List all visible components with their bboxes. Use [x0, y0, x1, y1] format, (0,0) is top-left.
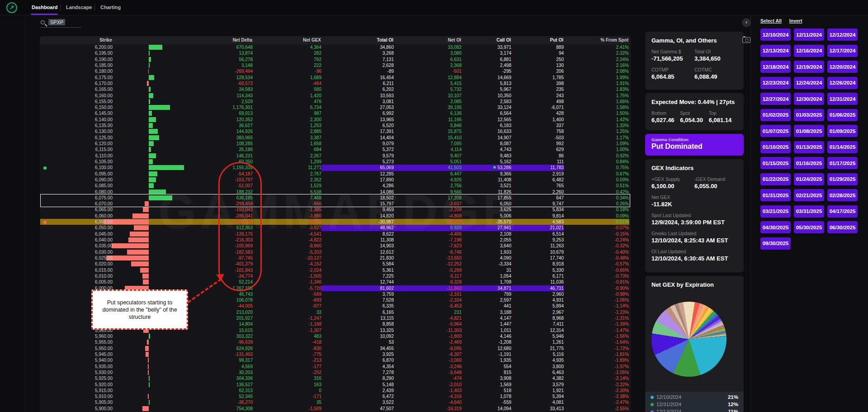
- expiry-date-button[interactable]: 12/19/2024: [794, 61, 824, 73]
- expiry-date-button[interactable]: 01/14/2025: [827, 141, 858, 153]
- table-row[interactable]: 5,925.00304,3363168,290-4743,9084,382-2.…: [40, 375, 629, 381]
- table-row[interactable]: 6,190.0056,2787927,1316,6316,8812502.24%: [40, 57, 629, 62]
- table-row[interactable]: 6,100.001,155,33911,27165,06941,50353,28…: [40, 165, 629, 170]
- table-row[interactable]: 6,020.00-401,379-4,1525,584-12,252-3,334…: [40, 261, 629, 267]
- table-row[interactable]: 6,165.0034,5835806,2025,7325,9672351.83%: [40, 86, 629, 92]
- table-row[interactable]: 6,055.00-2,159,024-10,767-30,987-40,153-…: [40, 219, 629, 225]
- expiry-date-button[interactable]: 01/10/2025: [760, 141, 791, 153]
- table-row[interactable]: 6,105.0060,3501,2995,2735,0515,1621110.8…: [40, 159, 629, 165]
- expiry-date-button[interactable]: 06/30/2025: [827, 221, 858, 233]
- table-row[interactable]: 6,115.0026,1866845,3724,1144,7436291.00%: [40, 147, 629, 152]
- table-row[interactable]: 6,070.00-299,458-95615,797-3,6976,0509,7…: [40, 201, 629, 207]
- net-gex-pie-chart[interactable]: [651, 302, 726, 377]
- expiry-date-button[interactable]: 01/24/2025: [794, 173, 824, 185]
- expiry-date-button[interactable]: 01/02/2025: [760, 109, 791, 121]
- expiry-date-button[interactable]: 01/08/2025: [794, 125, 824, 137]
- table-row[interactable]: 6,025.00-97,745-10,13721,830-13,6504,090…: [40, 255, 629, 261]
- table-row[interactable]: 6,065.00-193,043-1,3859,459-2,2093,6255,…: [40, 207, 629, 213]
- legend-item[interactable]: 12/13/202411%: [645, 408, 744, 412]
- table-row[interactable]: 6,155.002,5294763,0812,0852,5834981.66%: [40, 99, 629, 104]
- legend-item[interactable]: 12/10/202421%: [645, 393, 744, 401]
- table-row[interactable]: 6,005.0052,214-1,34612,744-9,3281,70811,…: [40, 279, 629, 285]
- expiry-date-button[interactable]: 12/30/2024: [794, 93, 824, 105]
- legend-item[interactable]: 12/31/202412%: [645, 401, 744, 408]
- table-row[interactable]: 6,030.00-182,583-5,20312,612-8,7461,9331…: [40, 249, 629, 255]
- expiry-date-button[interactable]: 12/26/2024: [827, 77, 858, 89]
- table-row[interactable]: 6,130.00144,9262,88517,39115,87516,63375…: [40, 128, 629, 134]
- table-row[interactable]: 6,090.00-153,7972,35217,8904,92611,4086,…: [40, 177, 629, 183]
- table-row[interactable]: 6,075.00636,1857,46818,50217,20817,85564…: [40, 195, 629, 201]
- expiry-date-button[interactable]: 12/18/2024: [760, 61, 791, 73]
- expiry-date-button[interactable]: 12/27/2024: [760, 93, 791, 105]
- table-row[interactable]: 5,935.004,569-1774,354-3,2465543,800-1.9…: [40, 364, 629, 369]
- table-row[interactable]: 6,160.00114,3431,42010,59310,10710,35024…: [40, 93, 629, 99]
- table-row[interactable]: 5,940.0099,317-2136,870-3,0001,9354,935-…: [40, 357, 629, 363]
- table-row[interactable]: 6,040.00-216,303-4,82211,308-7,1982,0559…: [40, 237, 629, 243]
- table-row[interactable]: 5,900.00754,308-1,50947,507-19,31914,094…: [40, 406, 629, 412]
- table-row[interactable]: 6,195.0013,8742823,2683,0803,174942.32%: [40, 50, 629, 56]
- expiry-date-button[interactable]: 09/30/2025: [760, 237, 791, 250]
- expiry-date-button[interactable]: 12/23/2024: [760, 77, 791, 89]
- table-row[interactable]: 6,060.00-286,041-3,88014,820-4,8085,0069…: [40, 213, 629, 219]
- expiry-date-button[interactable]: 01/03/2025: [794, 109, 824, 121]
- expiry-date-button[interactable]: 12/11/2024: [794, 28, 824, 41]
- expiry-date-button[interactable]: 01/13/2025: [794, 141, 824, 153]
- tab-charting[interactable]: Charting: [100, 0, 121, 15]
- table-row[interactable]: 5,955.00-96,639-41853-2,469-1,2081,261-1…: [40, 339, 629, 345]
- expiry-date-button[interactable]: 01/16/2025: [794, 157, 824, 169]
- camera-icon[interactable]: [742, 37, 750, 43]
- expiry-date-button[interactable]: 01/22/2025: [760, 173, 791, 185]
- table-row[interactable]: 6,120.00108,2851,6589,0797,0958,0879921.…: [40, 141, 629, 147]
- table-row[interactable]: 6,140.00120,3522,30013,96511,16512,5651,…: [40, 117, 629, 123]
- expiry-date-button[interactable]: 01/09/2025: [827, 125, 858, 137]
- table-row[interactable]: 6,125.00383,9653,38714,40415,41014,907-5…: [40, 135, 629, 141]
- header-net-oi[interactable]: Net OI: [393, 36, 461, 44]
- header-pct-from-spot[interactable]: % From Spot: [563, 36, 628, 44]
- expiry-date-button[interactable]: 02/21/2025: [794, 189, 824, 201]
- header-net-delta[interactable]: Net Delta: [184, 36, 252, 44]
- expiry-date-button[interactable]: 12/10/2024: [760, 28, 791, 41]
- invert-link[interactable]: Invert: [789, 18, 802, 24]
- expiry-date-button[interactable]: 12/13/2024: [760, 45, 791, 57]
- table-row[interactable]: 6,180.00-269,494-96-89-501-2952062.08%: [40, 68, 629, 74]
- table-row[interactable]: 5,915.0062,31302,439-1,4035181,921-2.30%: [40, 388, 629, 393]
- table-row[interactable]: 6,085.00-51,0071,5294,2862,7563,5217650.…: [40, 183, 629, 189]
- table-row[interactable]: 6,095.00-54,1872,76712,2856,4479,3662,91…: [40, 171, 629, 177]
- table-row[interactable]: 5,930.0030,203-2527,278-5,6488156,463-2.…: [40, 369, 629, 375]
- expiry-date-button[interactable]: 12/12/2024: [827, 28, 858, 41]
- expiry-date-button[interactable]: 12/16/2024: [794, 45, 824, 57]
- table-row[interactable]: 6,045.00-139,175-4,5418,622-4,4062,1086,…: [40, 231, 629, 237]
- header-total-oi[interactable]: Total OI: [321, 36, 393, 44]
- expiry-date-button[interactable]: 05/30/2025: [794, 221, 824, 233]
- header-call-oi[interactable]: Call OI: [461, 36, 511, 44]
- expiry-date-button[interactable]: 12/31/2024: [827, 93, 858, 105]
- table-row[interactable]: 5,950.00624,926-83034,455-9,09512,68021,…: [40, 346, 629, 351]
- table-row[interactable]: 6,110.00146,2312,2679,5799,4079,483860.9…: [40, 153, 629, 159]
- tab-landscape[interactable]: Landscape: [66, 0, 92, 15]
- table-row[interactable]: 5,920.00136,5271635,148-2,0101,5693,579-…: [40, 382, 629, 388]
- select-all-link[interactable]: Select All: [760, 18, 782, 24]
- table-row[interactable]: 6,050.00612,363-3,52748,9626,92027,94121…: [40, 225, 629, 231]
- table-row[interactable]: 5,960.00303,32248310,092-1,8004,1465,946…: [40, 333, 629, 339]
- collapse-chevron-button[interactable]: ›: [742, 18, 751, 27]
- table-row[interactable]: 5,945.00-131,493-7753,925-6,307-1,1915,1…: [40, 351, 629, 357]
- table-row[interactable]: 6,185.003,1482222,6282,3682,4981302.16%: [40, 62, 629, 68]
- table-row[interactable]: 6,200.00670,6484,36434,86033,08233,97188…: [40, 44, 629, 50]
- expiry-date-button[interactable]: 01/29/2025: [827, 173, 858, 185]
- search-input[interactable]: SPXP: [48, 19, 65, 25]
- expiry-date-button[interactable]: 01/17/2025: [827, 157, 858, 169]
- expiry-date-button[interactable]: 01/07/2025: [760, 125, 791, 137]
- table-row[interactable]: 5,910.0052,345-1716,472-4,3161,0785,394-…: [40, 393, 629, 399]
- table-row[interactable]: 6,035.00-100,869-8,86014,903-7,6233,6401…: [40, 243, 629, 249]
- header-net-gex[interactable]: Net GEX: [252, 36, 321, 44]
- table-row[interactable]: 6,135.0036,6271,2536,5205,8466,1833371.3…: [40, 123, 629, 128]
- expiry-date-button[interactable]: 12/17/2024: [827, 45, 858, 57]
- expiry-date-button[interactable]: 12/20/2024: [827, 61, 858, 73]
- table-row[interactable]: 5,905.00-36,270353,522-4,640-5594,081-2.…: [40, 399, 629, 405]
- expiry-date-button[interactable]: 01/06/2025: [827, 109, 858, 121]
- expiry-date-button[interactable]: 03/21/2025: [760, 205, 791, 218]
- expiry-date-button[interactable]: 12/24/2024: [794, 77, 824, 89]
- table-row[interactable]: 6,010.00-34,774-1,5057,225-5,1171,0546,1…: [40, 273, 629, 279]
- header-put-oi[interactable]: Put OI: [511, 36, 563, 44]
- tab-dashboard[interactable]: Dashboard: [32, 0, 57, 15]
